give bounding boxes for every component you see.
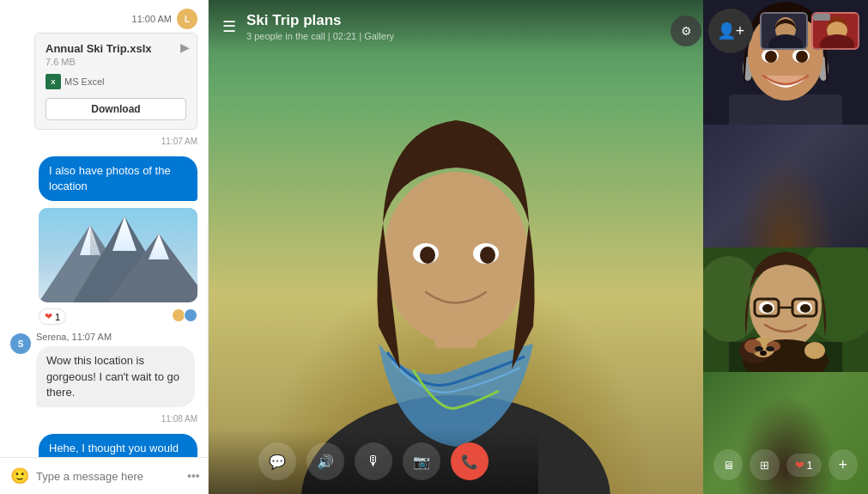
message-group-outgoing-2: Hehe, I thought you would like it. [10,434,197,457]
excel-icon: X [46,74,61,89]
video-button[interactable]: 📷 [403,442,440,480]
end-call-icon: 📞 [461,454,478,470]
gallery-button[interactable]: ⊞ [750,449,779,480]
typing-avatars [172,308,197,322]
heart-button[interactable]: ❤ 1 [786,454,822,477]
plus-icon: + [839,456,848,474]
mic-button[interactable]: 🎙 [355,442,392,480]
participant-thumb-1 [760,12,808,50]
add-person-icon: 👤+ [717,21,745,40]
chat-panel: 11:00 AM L ▶ Annual Ski Trip.xslx 7.6 MB… [0,0,209,494]
call-header: ☰ Ski Trip plans 3 people in the call | … [209,0,703,53]
input-bar: 🙂 ••• [0,457,208,494]
heart-icon: ❤ [795,459,804,472]
volume-button[interactable]: 🔊 [307,442,344,480]
serena-message-group: S Serena, 11:07 AM Wow this location is … [10,332,197,407]
heart-icon-reaction: ❤ [45,311,52,322]
main-video: ☰ Ski Trip plans 3 people in the call | … [209,0,703,494]
svg-point-14 [480,247,495,264]
forward-icon[interactable]: ▶ [180,40,190,54]
message-input[interactable] [36,470,180,483]
heart-reaction: ❤ 1 [39,308,66,325]
file-size: 7.6 MB [46,57,186,67]
volume-icon: 🔊 [317,454,334,470]
settings-icon: ⚙ [681,24,692,38]
plus-button[interactable]: + [829,449,858,480]
outgoing-bubble-1: I also have photos of the location [39,156,197,201]
file-type-label: MS Excel [64,76,104,87]
svg-point-10 [383,172,529,344]
video-call-panel: ☰ Ski Trip plans 3 people in the call | … [209,0,868,494]
video-main-area: ☰ Ski Trip plans 3 people in the call | … [209,0,868,494]
svg-point-54 [755,346,763,351]
message-group-outgoing-1: I also have photos of the location [10,156,197,201]
download-button[interactable]: Download [46,98,186,120]
chat-messages: 11:00 AM L ▶ Annual Ski Trip.xslx 7.6 MB… [0,0,208,457]
add-person-button[interactable]: 👤+ [708,9,753,53]
heart-count: 1 [55,312,60,322]
participant-thumb-2 [811,12,859,50]
tiny-avatar-2 [184,308,197,322]
serena-bubble: Wow this location is gorgeous! I can't w… [36,346,195,407]
bottom-right-controls: 🖥 ⊞ ❤ 1 + [703,436,868,494]
emoji-button[interactable]: 🙂 [10,467,29,485]
call-info: Ski Trip plans 3 people in the call | 02… [246,12,394,41]
message-group-file: 11:00 AM L ▶ Annual Ski Trip.xslx 7.6 MB… [10,9,197,130]
timestamp-2: 11:08 AM [10,414,197,424]
svg-point-50 [804,342,825,359]
gallery-icon: ⊞ [760,459,769,472]
svg-point-56 [760,351,767,356]
reaction-row: ❤ 1 [39,308,66,325]
svg-point-47 [800,304,810,313]
more-options-button[interactable]: ••• [187,469,200,483]
screen-share-button[interactable]: 🖥 [713,449,743,480]
file-card: ▶ Annual Ski Trip.xslx 7.6 MB X MS Excel… [34,33,197,130]
chat-toggle-button[interactable]: 💬 [258,442,296,480]
avatar-serena: S [10,333,31,354]
settings-button[interactable]: ⚙ [671,15,701,46]
side-videos: ⚙ 👤+ [703,0,868,494]
outgoing-bubble-2: Hehe, I thought you would like it. [39,434,197,457]
serena-sender-name: Serena, 11:07 AM [36,332,195,342]
svg-point-46 [762,304,773,313]
svg-rect-21 [813,14,830,21]
svg-point-13 [420,247,435,264]
hamburger-button[interactable]: ☰ [222,17,236,36]
file-name: Annual Ski Trip.xslx [46,42,186,55]
file-type-row: X MS Excel [46,74,186,89]
call-title: Ski Trip plans [246,12,394,29]
svg-point-55 [766,346,774,351]
serena-content: Serena, 11:07 AM Wow this location is go… [36,332,195,407]
timestamp-1: 11:07 AM [10,137,197,146]
message-group-photo: ❤ 1 [10,208,197,325]
participant-thumbnails [760,12,859,50]
heart-count-call: 1 [807,459,813,472]
video-icon: 📷 [413,454,430,470]
sender-name: 11:00 AM [132,14,172,24]
avatar-lucy: L [177,9,197,29]
side-video-bottom: 🖥 ⊞ ❤ 1 + [703,247,868,495]
screen-share-icon: 🖥 [723,459,734,472]
call-subtitle: 3 people in the call | 02:21 | Gallery [246,31,394,41]
call-controls: 💬 🔊 🎙 📷 📞 [209,429,538,494]
mic-icon: 🎙 [367,454,380,469]
end-call-button[interactable]: 📞 [451,442,489,480]
chat-icon: 💬 [269,454,286,470]
photo-bubble[interactable] [39,208,197,302]
